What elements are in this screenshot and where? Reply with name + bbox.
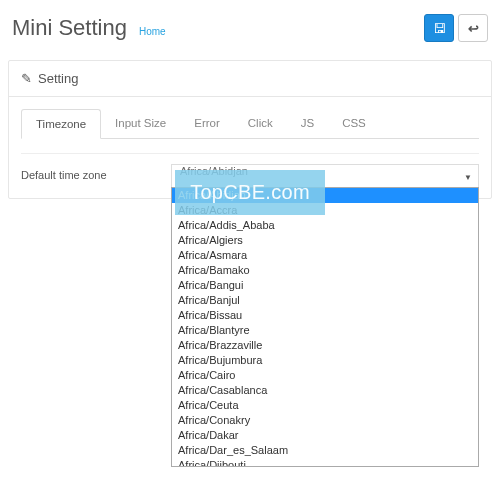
timezone-option[interactable]: Africa/Bujumbura xyxy=(172,353,478,368)
timezone-option[interactable]: Africa/Banjul xyxy=(172,293,478,308)
timezone-option[interactable]: Africa/Asmara xyxy=(172,248,478,263)
timezone-option[interactable]: Africa/Addis_Ababa xyxy=(172,218,478,233)
timezone-option[interactable]: Africa/Brazzaville xyxy=(172,338,478,353)
timezone-option[interactable]: Africa/Algiers xyxy=(172,233,478,248)
timezone-option[interactable]: Africa/Bamako xyxy=(172,263,478,278)
timezone-option[interactable]: Africa/Djibouti xyxy=(172,458,478,467)
timezone-dropdown[interactable]: Africa/AbidjanAfrica/AccraAfrica/Addis_A… xyxy=(171,187,479,467)
panel-heading: Setting xyxy=(9,61,491,97)
panel-title: Setting xyxy=(38,71,78,86)
breadcrumb[interactable]: Home xyxy=(139,26,166,37)
timezone-option[interactable]: Africa/Cairo xyxy=(172,368,478,383)
timezone-option[interactable]: Africa/Dakar xyxy=(172,428,478,443)
tab-css[interactable]: CSS xyxy=(328,109,380,139)
timezone-option[interactable]: Africa/Dar_es_Salaam xyxy=(172,443,478,458)
save-button[interactable] xyxy=(424,14,454,42)
timezone-option[interactable]: Africa/Bissau xyxy=(172,308,478,323)
tab-input-size[interactable]: Input Size xyxy=(101,109,180,139)
timezone-option[interactable]: Africa/Conakry xyxy=(172,413,478,428)
tab-error[interactable]: Error xyxy=(180,109,234,139)
timezone-option[interactable]: Africa/Casablanca xyxy=(172,383,478,398)
pencil-icon xyxy=(21,71,32,86)
tabs: TimezoneInput SizeErrorClickJSCSS xyxy=(21,109,479,139)
back-icon xyxy=(468,21,479,36)
cancel-button[interactable] xyxy=(458,14,488,42)
page-header: Mini Setting Home xyxy=(0,0,500,60)
timezone-option[interactable]: Africa/Bangui xyxy=(172,278,478,293)
tab-js[interactable]: JS xyxy=(287,109,328,139)
timezone-label: Default time zone xyxy=(21,164,171,181)
tab-click[interactable]: Click xyxy=(234,109,287,139)
watermark-overlay: TopCBE.com xyxy=(175,170,325,215)
save-icon xyxy=(433,21,446,36)
timezone-option[interactable]: Africa/Blantyre xyxy=(172,323,478,338)
tab-timezone[interactable]: Timezone xyxy=(21,109,101,139)
page-title: Mini Setting xyxy=(12,15,127,41)
timezone-option[interactable]: Africa/Ceuta xyxy=(172,398,478,413)
